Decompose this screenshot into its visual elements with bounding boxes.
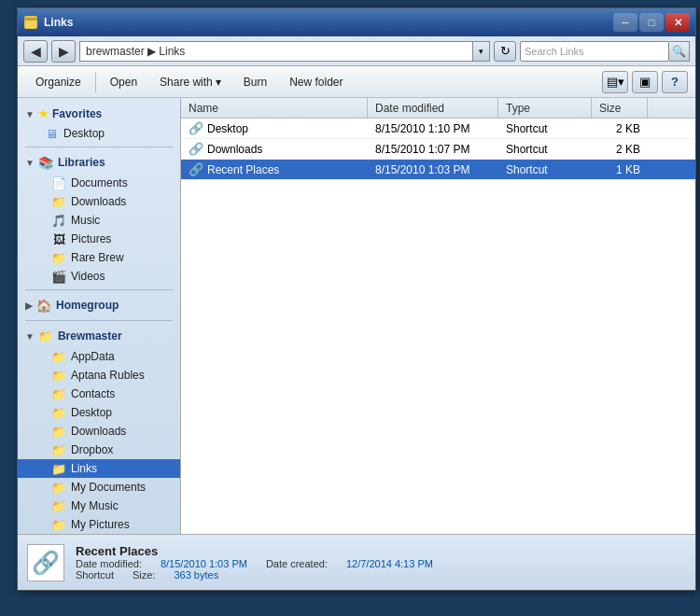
mydocs-icon: 📁 — [51, 480, 66, 495]
dropbox-icon: 📁 — [51, 442, 66, 457]
sidebar-item-desktop-fav-label: Desktop — [63, 127, 105, 140]
breadcrumb: brewmaster ▶ Links — [86, 45, 185, 58]
column-header-size[interactable]: Size — [592, 98, 648, 118]
column-header-date[interactable]: Date modified — [368, 98, 498, 118]
file-type-downloads: Shortcut — [498, 143, 592, 156]
sidebar-item-music[interactable]: 🎵 Music — [18, 211, 180, 230]
sidebar-item-links[interactable]: 📁 Links — [18, 459, 180, 478]
address-path[interactable]: brewmaster ▶ Links — [79, 41, 473, 62]
libraries-label: Libraries — [58, 156, 105, 169]
view-toggle-button[interactable]: ▤▾ — [602, 71, 628, 93]
sidebar-item-music-label: Music — [71, 214, 100, 227]
svg-rect-1 — [25, 20, 36, 28]
sidebar-item-aptana[interactable]: 📁 Aptana Rubles — [18, 366, 180, 385]
organize-button[interactable]: Organize — [25, 70, 91, 94]
toolbar-right: ▤▾ ▣ ? — [602, 71, 688, 93]
column-header-type[interactable]: Type — [498, 98, 592, 118]
back-button[interactable]: ◀ — [23, 40, 48, 63]
status-size-val: 363 bytes — [174, 569, 218, 581]
list-header: Name Date modified Type Size — [181, 98, 695, 119]
sidebar-item-mypictures[interactable]: 📁 My Pictures — [18, 515, 180, 534]
open-button[interactable]: Open — [100, 70, 147, 94]
sidebar-item-desktop-user[interactable]: 📁 Desktop — [18, 403, 180, 422]
address-dropdown-arrow[interactable]: ▾ — [473, 41, 490, 62]
status-row-1: Date modified: 8/15/2010 1:03 PM Date cr… — [76, 558, 686, 569]
table-row[interactable]: 🔗 Desktop 8/15/2010 1:10 PM Shortcut 2 K… — [181, 119, 695, 139]
status-type-label: Shortcut — [76, 569, 114, 581]
address-bar: ◀ ▶ brewmaster ▶ Links ▾ ↻ Search Links … — [18, 36, 695, 66]
brewmaster-icon: 📁 — [38, 329, 53, 343]
pictures-icon: 🖼 — [51, 231, 66, 246]
search-placeholder: Search Links — [525, 46, 584, 57]
file-name-recentplaces: 🔗 Recent Places — [181, 162, 368, 176]
downloads-lib-icon: 📁 — [51, 194, 66, 209]
sidebar-item-desktop-fav[interactable]: 🖥 Desktop — [18, 124, 180, 143]
favorites-star: ★ — [38, 107, 49, 120]
explorer-window: Links ─ □ ✕ ◀ ▶ brewmaster ▶ Links ▾ ↻ S… — [17, 7, 696, 591]
forward-button[interactable]: ▶ — [51, 40, 76, 63]
share-with-button[interactable]: Share with ▾ — [149, 70, 231, 94]
sidebar-item-mydocs-label: My Documents — [71, 481, 146, 494]
preview-pane-button[interactable]: ▣ — [632, 71, 658, 93]
status-bar: 🔗 Recent Places Date modified: 8/15/2010… — [18, 534, 695, 590]
refresh-button[interactable]: ↻ — [494, 41, 516, 62]
file-type-desktop: Shortcut — [498, 122, 592, 135]
appdata-icon: 📁 — [51, 349, 66, 364]
toolbar: Organize Open Share with ▾ Burn New fold… — [18, 66, 695, 98]
videos-icon: 🎬 — [51, 269, 66, 284]
sidebar-item-links-label: Links — [71, 462, 97, 475]
favorites-arrow: ▼ — [25, 109, 35, 119]
table-row[interactable]: 🔗 Recent Places 8/15/2010 1:03 PM Shortc… — [181, 160, 695, 180]
brewmaster-header[interactable]: ▼ 📁 Brewmaster — [18, 325, 180, 347]
sidebar-item-appdata[interactable]: 📁 AppData — [18, 347, 180, 366]
sidebar-item-mypictures-label: My Pictures — [71, 518, 130, 531]
close-button[interactable]: ✕ — [665, 13, 690, 32]
libraries-header[interactable]: ▼ 📚 Libraries — [18, 151, 180, 174]
file-date-desktop: 8/15/2010 1:10 PM — [368, 122, 498, 135]
window-controls: ─ □ ✕ — [613, 13, 690, 32]
share-with-label: Share with — [160, 76, 213, 89]
mypictures-icon: 📁 — [51, 517, 66, 532]
sidebar-item-downloads-user[interactable]: 📁 Downloads — [18, 422, 180, 441]
mymusic-icon: 📁 — [51, 498, 66, 513]
search-button[interactable]: 🔍 — [669, 41, 690, 62]
column-header-name[interactable]: Name — [181, 98, 368, 118]
share-with-arrow: ▾ — [216, 76, 221, 89]
toolbar-separator — [95, 72, 96, 92]
sidebar-divider-3 — [25, 320, 173, 321]
status-date-modified-val: 8/15/2010 1:03 PM — [161, 558, 247, 569]
file-name-desktop: 🔗 Desktop — [181, 121, 368, 135]
file-type-recentplaces: Shortcut — [498, 163, 592, 176]
desktop-icon: 🖥 — [44, 126, 59, 141]
file-icon-recentplaces: 🔗 — [189, 162, 203, 176]
minimize-button[interactable]: ─ — [613, 13, 637, 32]
desktop-user-icon: 📁 — [51, 405, 66, 420]
sidebar-item-contacts[interactable]: 📁 Contacts — [18, 385, 180, 403]
sidebar-item-pictures[interactable]: 🖼 Pictures — [18, 230, 180, 248]
status-date-created-val: 12/7/2014 4:13 PM — [346, 558, 433, 569]
sidebar-item-downloads-lib[interactable]: 📁 Downloads — [18, 192, 180, 211]
status-date-created-label: Date created: — [266, 558, 328, 569]
file-date-downloads: 8/15/2010 1:07 PM — [368, 143, 498, 156]
sidebar-item-pictures-label: Pictures — [71, 232, 111, 245]
sidebar-item-rarebrew[interactable]: 📁 Rare Brew — [18, 248, 180, 267]
sidebar-item-documents[interactable]: 📄 Documents — [18, 174, 180, 192]
sidebar-item-appdata-label: AppData — [71, 350, 115, 363]
sidebar-item-desktop-user-label: Desktop — [71, 406, 112, 419]
maximize-button[interactable]: □ — [639, 13, 664, 32]
help-button[interactable]: ? — [662, 71, 688, 93]
burn-button[interactable]: Burn — [233, 70, 277, 94]
file-list: Name Date modified Type Size 🔗 Desktop 8… — [181, 98, 695, 534]
search-box[interactable]: Search Links — [520, 41, 669, 62]
favorites-header[interactable]: ▼ ★ Favorites — [18, 104, 180, 124]
status-info: Recent Places Date modified: 8/15/2010 1… — [76, 544, 686, 581]
sidebar-item-mydocs[interactable]: 📁 My Documents — [18, 478, 180, 497]
status-size-label: Size: — [133, 569, 155, 581]
new-folder-button[interactable]: New folder — [279, 70, 353, 94]
homegroup-header[interactable]: ▶ 🏠 Homegroup — [18, 294, 180, 316]
sidebar-item-dropbox[interactable]: 📁 Dropbox — [18, 441, 180, 459]
sidebar-item-mymusic[interactable]: 📁 My Music — [18, 497, 180, 515]
sidebar-item-downloads-lib-label: Downloads — [71, 195, 126, 208]
table-row[interactable]: 🔗 Downloads 8/15/2010 1:07 PM Shortcut 2… — [181, 139, 695, 160]
sidebar-item-videos[interactable]: 🎬 Videos — [18, 267, 180, 286]
